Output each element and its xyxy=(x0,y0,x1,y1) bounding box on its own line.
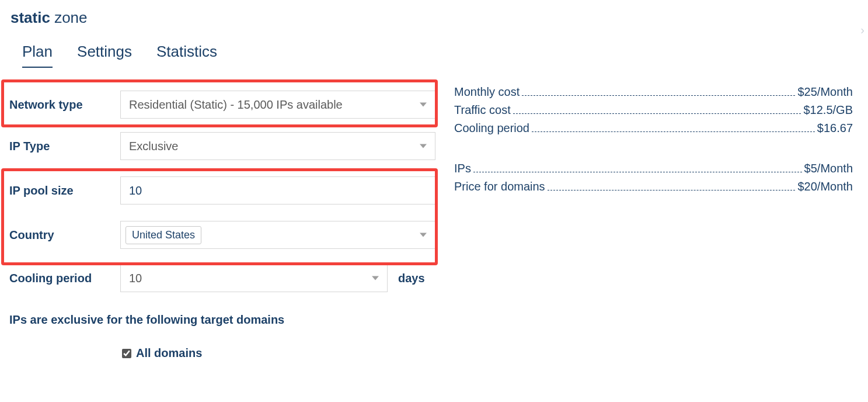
network-type-label: Network type xyxy=(9,98,120,112)
network-type-select[interactable]: Residential (Static) - 15,000 IPs availa… xyxy=(120,91,435,119)
all-domains-label: All domains xyxy=(136,346,202,360)
ip-pool-size-label: IP pool size xyxy=(9,184,120,197)
price-label: Cooling period xyxy=(454,122,529,135)
dots xyxy=(513,113,801,114)
price-value: $25/Month xyxy=(797,85,853,99)
price-value: $16.67 xyxy=(817,122,853,135)
price-cooling-period: Cooling period $16.67 xyxy=(454,122,853,135)
dots xyxy=(548,190,796,190)
ip-type-select[interactable]: Exclusive xyxy=(120,132,435,160)
form-panel: Network type Residential (Static) - 15,0… xyxy=(0,79,442,360)
chevron-down-icon xyxy=(372,276,379,280)
ip-pool-size-input[interactable] xyxy=(120,176,435,205)
title-rest: zone xyxy=(50,9,88,26)
tab-settings[interactable]: Settings xyxy=(77,43,132,68)
cooling-period-value: 10 xyxy=(129,272,142,285)
dots xyxy=(532,131,815,132)
dots xyxy=(473,172,802,172)
network-type-value: Residential (Static) - 15,000 IPs availa… xyxy=(129,98,343,112)
chevron-down-icon xyxy=(420,144,427,148)
price-label: Price for domains xyxy=(454,180,545,193)
ip-type-value: Exclusive xyxy=(129,140,178,153)
ip-type-label: IP Type xyxy=(9,140,120,153)
price-monthly-cost: Monthly cost $25/Month xyxy=(454,85,853,99)
price-traffic-cost: Traffic cost $12.5/GB xyxy=(454,103,853,117)
country-label: Country xyxy=(9,228,120,242)
tab-statistics[interactable]: Statistics xyxy=(156,43,217,68)
cooling-period-suffix: days xyxy=(398,272,425,285)
dots xyxy=(522,95,795,96)
title-bold: static xyxy=(11,9,50,26)
chevron-down-icon xyxy=(420,233,427,237)
close-icon[interactable]: › xyxy=(860,23,864,37)
price-value: $20/Month xyxy=(797,180,853,193)
page-title: static zone xyxy=(0,0,868,36)
cooling-period-label: Cooling period xyxy=(9,272,120,285)
tabs: Plan Settings Statistics xyxy=(0,36,868,68)
price-label: Traffic cost xyxy=(454,103,511,117)
tab-plan[interactable]: Plan xyxy=(22,43,53,68)
all-domains-checkbox[interactable] xyxy=(122,349,131,358)
price-value: $5/Month xyxy=(804,162,853,175)
price-for-domains: Price for domains $20/Month xyxy=(454,180,853,193)
price-label: IPs xyxy=(454,162,471,175)
pricing-panel: Monthly cost $25/Month Traffic cost $12.… xyxy=(442,79,868,360)
country-tag[interactable]: United States xyxy=(126,226,201,244)
chevron-down-icon xyxy=(420,103,427,107)
price-label: Monthly cost xyxy=(454,85,520,99)
country-select[interactable]: United States xyxy=(120,221,435,249)
price-ips: IPs $5/Month xyxy=(454,162,853,175)
cooling-period-select[interactable]: 10 xyxy=(120,264,388,292)
price-value: $12.5/GB xyxy=(803,103,853,117)
domains-heading: IPs are exclusive for the following targ… xyxy=(2,299,442,327)
